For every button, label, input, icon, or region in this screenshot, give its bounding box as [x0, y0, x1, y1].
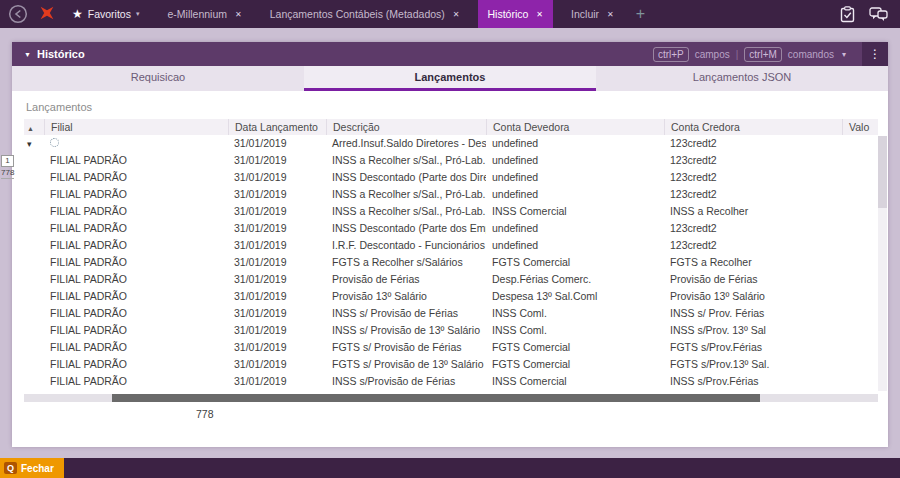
panel-header: ▼ Histórico ctrl+P campos | ctrl+M coman…: [12, 42, 888, 66]
ptab-label: Requisicao: [131, 71, 185, 83]
row-expand-cell: [24, 169, 44, 186]
table-row[interactable]: FILIAL PADRÃO31/01/2019Provisão de Féria…: [24, 271, 878, 288]
row-expand-icon[interactable]: ▾: [27, 139, 32, 149]
table-row[interactable]: FILIAL PADRÃO31/01/2019FGTS a Recolher s…: [24, 254, 878, 271]
tab-e-millennium[interactable]: e-Millennium ✕: [157, 0, 251, 28]
tab-lancamentos-contabeis[interactable]: Lançamentos Contábeis (Metadados) ✕: [260, 0, 470, 28]
date-cell: 31/01/2019: [228, 203, 326, 220]
column-header-3[interactable]: Conta Devedora: [486, 119, 664, 135]
valor-cell: [842, 152, 878, 169]
filial-cell: FILIAL PADRÃO: [44, 220, 228, 237]
fechar-label: Fechar: [21, 463, 54, 474]
conta-devedora-cell: INSS Comercial: [486, 203, 664, 220]
date-cell: 31/01/2019: [228, 322, 326, 339]
fechar-button[interactable]: Q Fechar: [0, 458, 64, 478]
row-pager[interactable]: 1 778: [1, 155, 14, 179]
row-expand-cell: [24, 356, 44, 373]
close-tab-icon[interactable]: ✕: [536, 10, 543, 19]
panel-tabstrip: Requisicao Lançamentos Lançamentos JSON: [12, 66, 888, 91]
collapse-icon: ▼: [24, 51, 31, 58]
table-row[interactable]: FILIAL PADRÃO31/01/2019I.R.F. Descontado…: [24, 237, 878, 254]
back-button[interactable]: [8, 4, 28, 24]
row-expand-cell: [24, 271, 44, 288]
tab-label: Lançamentos Contábeis (Metadados): [270, 8, 445, 20]
favorites-menu[interactable]: ★ Favoritos ▾: [72, 7, 139, 21]
conta-credora-cell: Provisão de Férias: [664, 271, 842, 288]
expand-column-header[interactable]: ▲: [24, 119, 44, 135]
descricao-cell: FGTS s/ Provisão de Férias: [326, 339, 486, 356]
filial-cell: FILIAL PADRÃO: [44, 203, 228, 220]
sort-asc-icon[interactable]: ▲: [27, 125, 34, 132]
tab-incluir[interactable]: Incluir ✕: [561, 0, 624, 28]
column-header-2[interactable]: Descrição: [326, 119, 486, 135]
table-row[interactable]: FILIAL PADRÃO31/01/2019INSS a Recolher s…: [24, 152, 878, 169]
date-cell: 31/01/2019: [228, 288, 326, 305]
conta-credora-cell: INSS s/ Prov. Férias: [664, 305, 842, 322]
table-row[interactable]: FILIAL PADRÃO31/01/2019INSS s/Provisão d…: [24, 373, 878, 390]
clipboard-icon[interactable]: [840, 6, 855, 23]
tab-lancamentos-json[interactable]: Lançamentos JSON: [596, 66, 888, 91]
filial-cell: FILIAL PADRÃO: [44, 237, 228, 254]
table-row[interactable]: FILIAL PADRÃO31/01/2019FGTS s/ Provisão …: [24, 339, 878, 356]
horizontal-scrollbar-thumb[interactable]: [112, 394, 760, 402]
tab-requisicao[interactable]: Requisicao: [12, 66, 304, 91]
campos-label: campos: [695, 49, 730, 60]
table-row[interactable]: FILIAL PADRÃO31/01/2019INSS a Recolher s…: [24, 203, 878, 220]
column-header-1[interactable]: Data Lançamento: [228, 119, 326, 135]
conta-devedora-cell: undefined: [486, 220, 664, 237]
filial-cell: FILIAL PADRÃO: [44, 356, 228, 373]
vertical-scrollbar-thumb[interactable]: [878, 136, 887, 208]
grid-header: ▲ FilialData LançamentoDescriçãoConta De…: [24, 119, 878, 135]
chat-icon[interactable]: [869, 7, 888, 22]
topbar-right-icons: [840, 0, 888, 28]
horizontal-scrollbar[interactable]: [24, 394, 878, 402]
conta-credora-cell: 123credt2: [664, 220, 842, 237]
conta-credora-cell: 123credt2: [664, 169, 842, 186]
valor-cell: [842, 237, 878, 254]
row-expand-cell: [24, 220, 44, 237]
filial-cell: FILIAL PADRÃO: [44, 271, 228, 288]
tab-historico[interactable]: Histórico ✕: [478, 0, 554, 28]
footer-bar: Q Fechar: [0, 458, 900, 478]
conta-devedora-cell: INSS Coml.: [486, 305, 664, 322]
date-cell: 31/01/2019: [228, 254, 326, 271]
new-tab-icon[interactable]: +: [636, 6, 645, 22]
table-row[interactable]: FILIAL PADRÃO31/01/2019INSS s/ Provisão …: [24, 305, 878, 322]
table-row[interactable]: ▾31/01/2019Arred.Insuf.Saldo Diretores -…: [24, 135, 878, 152]
table-row[interactable]: FILIAL PADRÃO31/01/2019INSS a Recolher s…: [24, 186, 878, 203]
kebab-menu-icon[interactable]: ⋮: [862, 42, 888, 66]
conta-devedora-cell: FGTS Comercial: [486, 356, 664, 373]
conta-credora-cell: INSS s/Prov.Férias: [664, 373, 842, 390]
date-cell: 31/01/2019: [228, 356, 326, 373]
table-row[interactable]: FILIAL PADRÃO31/01/2019INSS s/ Provisão …: [24, 322, 878, 339]
valor-cell: [842, 305, 878, 322]
tab-lancamentos[interactable]: Lançamentos: [304, 66, 596, 91]
top-bar: ★ Favoritos ▾ e-Millennium ✕ Lançamentos…: [0, 0, 900, 28]
vertical-scrollbar[interactable]: [878, 136, 887, 391]
descricao-cell: INSS Descontado (Parte dos Diretores): [326, 169, 486, 186]
column-header-4[interactable]: Conta Credora: [664, 119, 842, 135]
column-header-0[interactable]: Filial: [44, 119, 228, 135]
panel-title[interactable]: ▼ Histórico: [24, 48, 85, 60]
tab-label: Incluir: [571, 8, 599, 20]
close-tab-icon[interactable]: ✕: [453, 10, 460, 19]
chevron-down-icon[interactable]: ▾: [842, 50, 846, 59]
conta-devedora-cell: Desp.Férias Comerc.: [486, 271, 664, 288]
date-cell: 31/01/2019: [228, 373, 326, 390]
lancamentos-grid: ▲ FilialData LançamentoDescriçãoConta De…: [24, 119, 878, 390]
table-row[interactable]: FILIAL PADRÃO31/01/2019Provisão 13º Salá…: [24, 288, 878, 305]
table-row[interactable]: FILIAL PADRÃO31/01/2019FGTS s/ Provisão …: [24, 356, 878, 373]
row-expand-cell: [24, 152, 44, 169]
row-expand-cell: [24, 237, 44, 254]
table-row[interactable]: FILIAL PADRÃO31/01/2019INSS Descontado (…: [24, 220, 878, 237]
close-tab-icon[interactable]: ✕: [607, 10, 614, 19]
millennium-logo-icon: [38, 4, 56, 25]
ptab-label: Lançamentos JSON: [693, 71, 791, 83]
valor-cell: [842, 373, 878, 390]
close-tab-icon[interactable]: ✕: [235, 10, 242, 19]
column-header-5[interactable]: Valo: [842, 119, 878, 135]
conta-devedora-cell: FGTS Comercial: [486, 254, 664, 271]
conta-credora-cell: INSS a Recolher: [664, 203, 842, 220]
conta-credora-cell: FGTS s/Prov.Férias: [664, 339, 842, 356]
table-row[interactable]: FILIAL PADRÃO31/01/2019INSS Descontado (…: [24, 169, 878, 186]
